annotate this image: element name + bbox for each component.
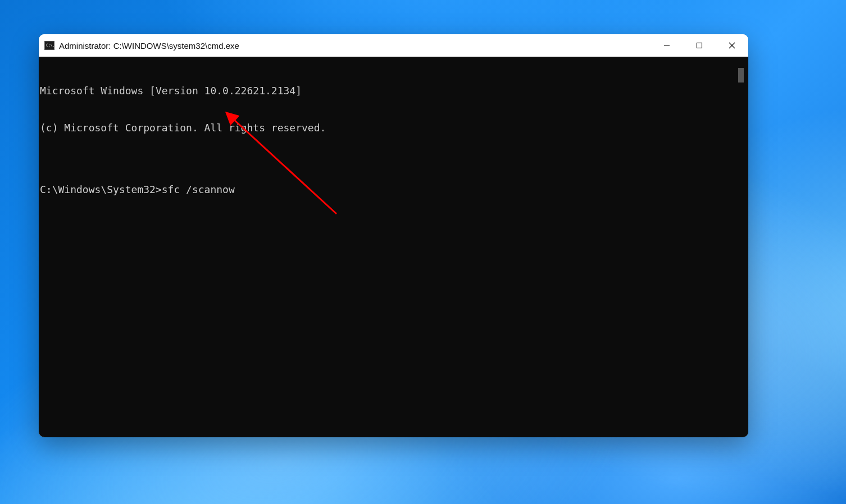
window-title: Administrator: C:\WINDOWS\system32\cmd.e… <box>59 41 239 51</box>
minimize-button[interactable] <box>651 34 683 57</box>
minimize-icon <box>663 42 670 49</box>
titlebar[interactable]: C:\. Administrator: C:\WINDOWS\system32\… <box>39 34 748 57</box>
output-line: (c) Microsoft Corporation. All rights re… <box>40 122 734 134</box>
prompt-text: C:\Windows\System32> <box>40 184 162 195</box>
svg-rect-1 <box>697 43 702 48</box>
terminal-output[interactable]: Microsoft Windows [Version 10.0.22621.21… <box>39 57 735 437</box>
scrollbar-thumb[interactable] <box>738 68 744 83</box>
prompt-line: C:\Windows\System32>sfc /scannow <box>40 184 734 196</box>
maximize-icon <box>696 42 703 49</box>
close-icon <box>729 42 735 49</box>
command-text: sfc /scannow <box>162 184 235 195</box>
window-controls <box>651 34 748 57</box>
cmd-icon-text: C:\. <box>46 44 54 48</box>
maximize-button[interactable] <box>683 34 716 57</box>
vertical-scrollbar[interactable] <box>735 57 748 437</box>
output-line: Microsoft Windows [Version 10.0.22621.21… <box>40 85 734 97</box>
titlebar-left: C:\. Administrator: C:\WINDOWS\system32\… <box>44 41 239 51</box>
cmd-window: C:\. Administrator: C:\WINDOWS\system32\… <box>39 34 748 437</box>
close-button[interactable] <box>716 34 748 57</box>
terminal-area[interactable]: Microsoft Windows [Version 10.0.22621.21… <box>39 57 748 437</box>
cmd-icon: C:\. <box>44 41 54 50</box>
